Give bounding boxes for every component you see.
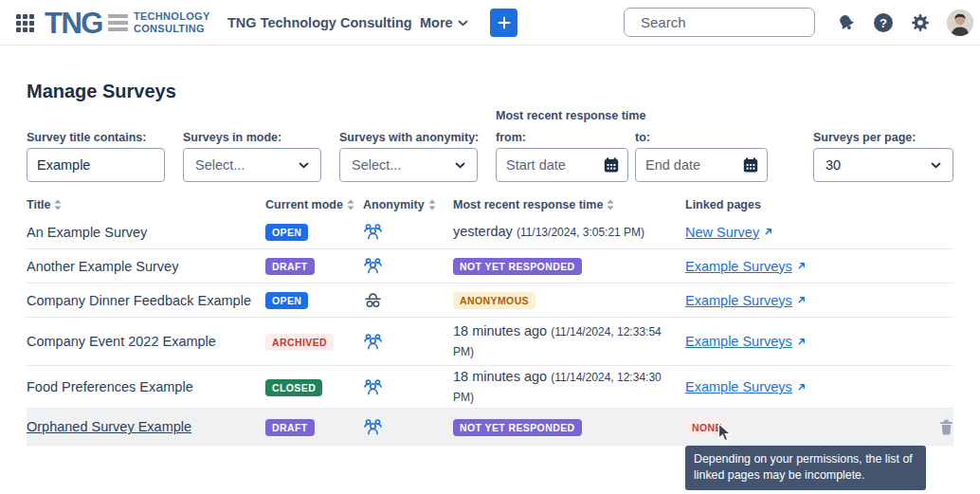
help-icon[interactable] <box>874 13 893 32</box>
filter-per-page-select[interactable]: 30 <box>813 148 953 182</box>
column-header-title-label: Title <box>27 198 50 211</box>
survey-title-link[interactable]: Another Example Survey <box>27 259 178 274</box>
response-main: 18 minutes ago <box>453 369 547 384</box>
people-group-icon <box>363 256 383 276</box>
filter-mode-label: Surveys in mode: <box>183 131 281 144</box>
nav-space-link[interactable]: TNG Technology Consulting <box>227 0 412 46</box>
mouse-cursor <box>717 423 732 443</box>
filter-anonymity-label: Surveys with anonymity: <box>339 131 479 144</box>
logo-lines-icon <box>108 14 128 31</box>
linked-page-link[interactable]: Example Surveys <box>685 293 807 308</box>
filter-anonymity-value: Select... <box>352 157 401 173</box>
sort-icon <box>54 199 62 210</box>
tng-logo[interactable]: TNG TECHNOLOGY CONSULTING <box>45 8 210 38</box>
filter-title-input[interactable] <box>27 148 165 182</box>
linked-page-label: Example Surveys <box>685 293 792 308</box>
nav-more-menu[interactable]: More <box>420 0 468 46</box>
column-header-mode[interactable]: Current mode <box>265 198 360 211</box>
linked-page-link[interactable]: Example Surveys <box>685 379 807 394</box>
external-link-icon <box>796 261 807 271</box>
response-main: 18 minutes ago <box>453 323 547 338</box>
linked-page-label: New Survey <box>685 225 759 240</box>
surveys-table: Title Current mode Anonymity Most recent… <box>27 193 953 446</box>
sort-icon <box>607 199 614 210</box>
survey-title-link[interactable]: An Example Survey <box>27 225 147 240</box>
filter-from-label: from: <box>496 131 526 144</box>
logo-word-2: CONSULTING <box>134 23 205 34</box>
response-time: 18 minutes ago (11/14/2024, 12:34:30 PM) <box>453 367 663 407</box>
column-header-response-time[interactable]: Most recent response time <box>453 198 685 211</box>
chevron-down-icon <box>931 162 941 169</box>
external-link-icon <box>796 337 807 347</box>
top-navbar: TNG TECHNOLOGY CONSULTING TNG Technology… <box>0 0 980 46</box>
apps-grid-icon[interactable] <box>16 14 34 32</box>
people-group-icon <box>363 222 383 242</box>
filter-anonymity-select[interactable]: Select... <box>339 148 478 182</box>
response-time: 18 minutes ago (11/14/2024, 12:33:54 PM) <box>453 321 663 361</box>
sort-icon <box>347 199 354 210</box>
linked-page-link[interactable]: Example Surveys <box>685 334 807 349</box>
search-box[interactable] <box>624 8 815 37</box>
sort-icon <box>428 199 436 210</box>
notifications-bell-icon[interactable] <box>837 13 856 32</box>
survey-title-link[interactable]: Orphaned Survey Example <box>27 419 191 434</box>
delete-survey-trash-icon[interactable] <box>939 419 953 435</box>
survey-title-link[interactable]: Company Dinner Feedback Example <box>27 293 251 308</box>
linked-page-label: Example Surveys <box>685 259 792 274</box>
nav-space-label: TNG Technology Consulting <box>227 15 412 30</box>
logo-acronym: TNG <box>45 9 102 38</box>
external-link-icon <box>796 295 807 305</box>
table-row: Company Event 2022 Example ARCHIVED 18 m… <box>27 318 953 366</box>
column-header-anonymity[interactable]: Anonymity <box>360 198 453 211</box>
user-avatar[interactable] <box>947 9 973 36</box>
column-header-mode-label: Current mode <box>265 198 343 211</box>
filter-response-time-group-label: Most recent response time <box>496 109 645 122</box>
column-header-anonymity-label: Anonymity <box>363 198 425 211</box>
response-status-badge: NOT YET RESPONDED <box>453 419 582 436</box>
response-main: yesterday <box>453 224 513 239</box>
filter-per-page-label: Surveys per page: <box>813 131 916 144</box>
linked-page-label: Example Surveys <box>685 379 792 394</box>
people-group-icon <box>363 417 383 437</box>
calendar-icon[interactable] <box>603 156 620 174</box>
mode-badge: OPEN <box>265 292 308 309</box>
filter-per-page-value: 30 <box>826 157 841 173</box>
response-detail: (11/13/2024, 3:05:21 PM) <box>517 226 644 239</box>
filter-title-label: Survey title contains: <box>27 131 146 144</box>
response-status-badge: NOT YET RESPONDED <box>453 258 582 275</box>
external-link-icon <box>796 382 807 393</box>
mode-badge: OPEN <box>265 224 308 241</box>
page-title: Manage Surveys <box>27 81 176 102</box>
calendar-icon[interactable] <box>742 156 759 174</box>
filter-mode-value: Select... <box>195 157 245 173</box>
mode-badge: DRAFT <box>265 258 315 275</box>
gear-icon[interactable] <box>911 13 930 32</box>
table-row: An Example Survey OPEN yesterday (11/13/… <box>27 215 953 249</box>
people-group-icon <box>363 377 383 397</box>
survey-title-link[interactable]: Food Preferences Example <box>27 379 193 394</box>
logo-word-1: TECHNOLOGY <box>134 10 210 22</box>
linked-page-link[interactable]: Example Surveys <box>685 259 807 274</box>
linked-pages-tooltip: Depending on your permissions, the list … <box>685 446 926 490</box>
external-link-icon <box>763 227 773 237</box>
table-header-row: Title Current mode Anonymity Most recent… <box>27 193 953 215</box>
filter-from-date <box>496 148 628 182</box>
incognito-icon <box>363 290 383 310</box>
create-button[interactable] <box>490 9 517 37</box>
table-row: Orphaned Survey Example DRAFT NOT YET RE… <box>27 409 953 446</box>
chevron-down-icon <box>299 162 309 169</box>
linked-page-link[interactable]: New Survey <box>685 225 773 240</box>
column-header-title[interactable]: Title <box>27 198 265 211</box>
nav-more-label: More <box>420 15 453 30</box>
column-header-linked-label: Linked pages <box>685 198 761 211</box>
logo-wordmark: TECHNOLOGY CONSULTING <box>134 10 210 35</box>
chevron-down-icon <box>455 162 465 169</box>
plus-icon <box>498 16 511 29</box>
search-input[interactable] <box>641 14 829 30</box>
mode-badge: DRAFT <box>265 419 315 436</box>
avatar-photo <box>947 9 973 36</box>
filter-to-date <box>635 148 768 182</box>
column-header-linked-pages: Linked pages <box>685 198 917 211</box>
survey-title-link[interactable]: Company Event 2022 Example <box>27 334 216 349</box>
filter-mode-select[interactable]: Select... <box>183 148 321 182</box>
